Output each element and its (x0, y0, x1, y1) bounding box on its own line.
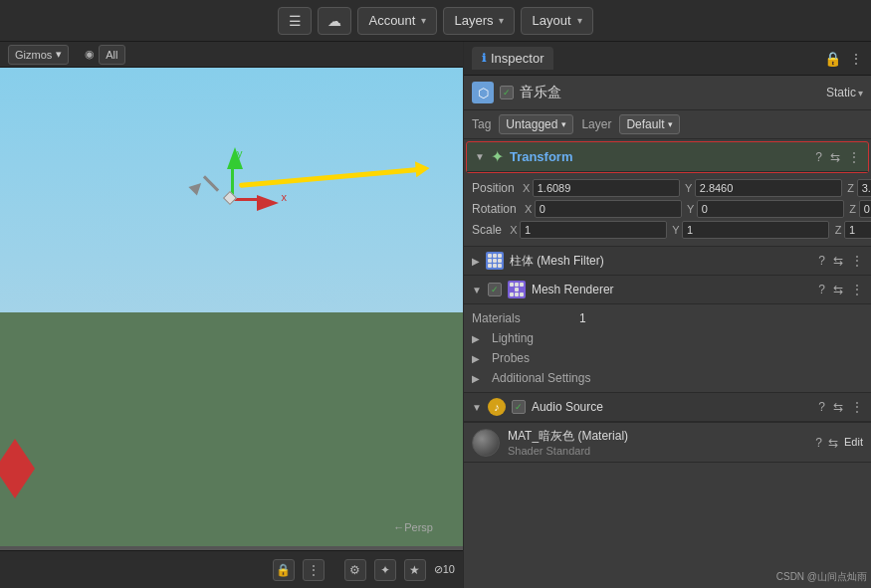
rot-x-group: X (523, 200, 682, 218)
lock-icon[interactable]: 🔒 (824, 51, 841, 67)
scale-label: Scale (472, 223, 502, 237)
layer-dropdown[interactable]: Default ▾ (619, 114, 680, 134)
static-label: Static (826, 86, 856, 99)
tag-layer-row: Tag Untagged ▾ Layer Default ▾ (464, 110, 871, 139)
hamburger-icon-btn[interactable]: ☰ (278, 7, 312, 35)
rot-z-input[interactable] (859, 200, 871, 218)
scale-z-axis: Z (832, 224, 844, 236)
object-active-checkbox[interactable]: ✓ (500, 86, 514, 99)
additional-settings-row[interactable]: ▶ Additional Settings (472, 368, 863, 388)
pos-z-input[interactable] (857, 179, 871, 197)
audio-source-arrow: ▼ (472, 402, 482, 413)
persp-label: ←Persp (393, 521, 433, 533)
mesh-filter-help[interactable]: ? (818, 254, 825, 268)
scale-z-input[interactable] (844, 221, 871, 239)
mesh-renderer-menu[interactable]: ⋮ (851, 283, 863, 296)
transform-comp-icons: ? ⇆ ⋮ (815, 150, 860, 164)
account-dropdown[interactable]: Account ▾ (357, 7, 437, 35)
mesh-renderer-settings[interactable]: ⇆ (833, 283, 843, 296)
material-icons: ? ⇆ Edit (815, 436, 863, 450)
pos-y-input[interactable] (695, 179, 842, 197)
rot-y-input[interactable] (697, 200, 844, 218)
mesh-renderer-help[interactable]: ? (818, 283, 825, 296)
inspector-tab-label: Inspector (491, 51, 544, 66)
layers-dropdown-arrow: ▾ (499, 15, 504, 26)
audio-source-icon: ♪ (488, 398, 506, 416)
static-dropdown[interactable]: Static ▾ (826, 86, 863, 99)
materials-row: Materials 1 (472, 308, 863, 328)
rot-z-axis: Z (847, 203, 859, 215)
transform-icon: ✦ (491, 147, 504, 166)
all-label: All (106, 49, 117, 61)
scene-status-bar: 🔒 ⋮ ⚙ ✦ ★ ⊘10 (0, 550, 463, 588)
object-header: ⬡ ✓ 音乐盒 Static ▾ (464, 76, 871, 110)
material-settings[interactable]: ⇆ (828, 436, 838, 450)
transform-menu-icon[interactable]: ⋮ (848, 150, 860, 164)
menu-icon[interactable]: ⋮ (849, 51, 863, 67)
gizmos-dropdown[interactable]: Gizmos ▾ (8, 45, 69, 65)
mesh-filter-component: ▶ 柱体 (Mesh Filter) ? ⇆ ⋮ (464, 247, 871, 276)
cloud-icon-btn[interactable]: ☁ (318, 7, 351, 35)
material-edit[interactable]: Edit (844, 436, 863, 450)
rot-y-axis: Y (685, 203, 697, 215)
menu-scene-btn[interactable]: ⋮ (303, 559, 325, 581)
audio-help[interactable]: ? (818, 400, 825, 414)
mesh-filter-settings[interactable]: ⇆ (833, 254, 843, 268)
static-arrow: ▾ (858, 88, 863, 98)
scale-fields: X Y Z (508, 221, 871, 239)
scale-x-group: X (508, 221, 667, 239)
scale-x-axis: X (508, 224, 520, 236)
pos-z-group: Z (845, 179, 871, 197)
tag-label: Tag (472, 117, 491, 131)
audio-settings[interactable]: ⇆ (833, 400, 843, 414)
layout-label: Layout (532, 13, 570, 28)
bookmark-scene-btn[interactable]: ★ (404, 559, 426, 581)
settings-scene-btn[interactable]: ⚙ (344, 559, 366, 581)
rot-y-group: Y (685, 200, 844, 218)
probes-row[interactable]: ▶ Probes (472, 348, 863, 368)
mesh-filter-header[interactable]: ▶ 柱体 (Mesh Filter) ? ⇆ ⋮ (464, 247, 871, 275)
object-name: 音乐盒 (520, 84, 820, 101)
all-dropdown[interactable]: All (99, 45, 124, 65)
scale-x-input[interactable] (520, 221, 667, 239)
transform-title: Transform (510, 149, 809, 164)
layer-label: Layer (581, 117, 611, 131)
lock-scene-btn[interactable]: 🔒 (273, 559, 295, 581)
gizmo-widget: y x (179, 147, 279, 247)
transform-settings-icon[interactable]: ⇆ (830, 150, 840, 164)
material-help[interactable]: ? (815, 436, 822, 450)
audio-source-title: Audio Source (532, 400, 812, 414)
rot-x-input[interactable] (535, 200, 682, 218)
lighting-row[interactable]: ▶ Lighting (472, 328, 863, 348)
mesh-renderer-component: ▼ ✓ Mesh Renderer ? ⇆ ⋮ (464, 276, 871, 393)
audio-menu[interactable]: ⋮ (851, 400, 863, 414)
layout-dropdown[interactable]: Layout ▾ (521, 7, 592, 35)
mesh-filter-menu[interactable]: ⋮ (851, 254, 863, 268)
transform-help-icon[interactable]: ? (815, 150, 822, 164)
audio-source-checkbox[interactable]: ✓ (512, 400, 526, 414)
mesh-renderer-content: Materials 1 ▶ Lighting ▶ Probes ▶ Additi… (464, 304, 871, 392)
inspector-tab[interactable]: ℹ Inspector (472, 47, 553, 70)
scale-y-input[interactable] (682, 221, 829, 239)
yellow-arrow-head (415, 160, 430, 177)
material-name: MAT_暗灰色 (Material) (508, 428, 807, 445)
pos-x-input[interactable] (533, 179, 680, 197)
pos-x-group: X (521, 179, 680, 197)
material-sphere-preview (472, 429, 500, 457)
scene-view: Gizmos ▾ ◉ All (0, 42, 463, 588)
star-scene-btn[interactable]: ✦ (374, 559, 396, 581)
top-bar-left: ☰ ☁ Account ▾ Layers ▾ Layout ▾ (278, 7, 592, 35)
audio-source-header[interactable]: ▼ ♪ ✓ Audio Source ? ⇆ ⋮ (464, 393, 871, 422)
position-label: Position (472, 181, 515, 195)
tag-dropdown[interactable]: Untagged ▾ (499, 114, 573, 134)
mesh-filter-arrow: ▶ (472, 256, 480, 267)
tag-dropdown-arrow: ▾ (561, 119, 566, 129)
mesh-renderer-header[interactable]: ▼ ✓ Mesh Renderer ? ⇆ ⋮ (464, 276, 871, 304)
x-axis-label: x (282, 191, 288, 203)
scene-toolbar: Gizmos ▾ ◉ All (0, 42, 463, 68)
ground-surface (0, 312, 463, 546)
mesh-renderer-checkbox[interactable]: ✓ (488, 283, 502, 296)
layers-dropdown[interactable]: Layers ▾ (443, 7, 515, 35)
transform-header[interactable]: ▼ ✦ Transform ? ⇆ ⋮ (467, 142, 868, 172)
materials-value: 1 (579, 311, 586, 325)
